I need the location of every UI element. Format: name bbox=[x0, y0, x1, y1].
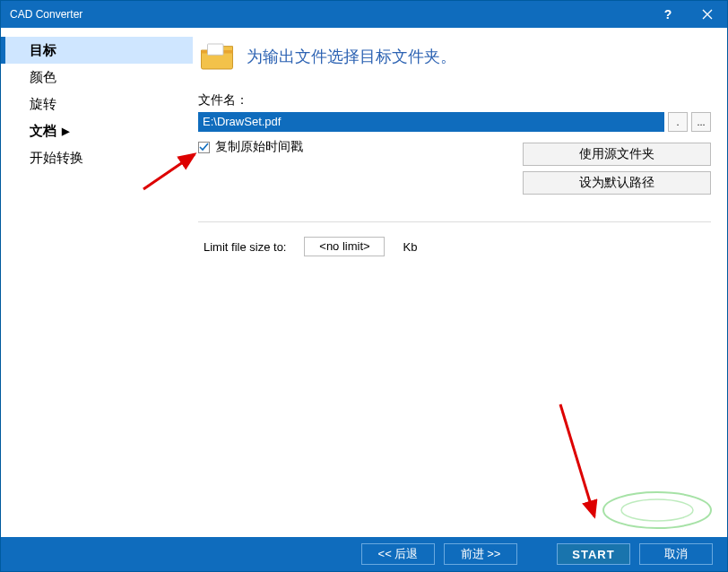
limit-label: Limit file size to: bbox=[204, 240, 286, 254]
filepath-value: E:\DrawSet.pdf bbox=[203, 115, 281, 128]
back-button[interactable]: << 后退 bbox=[361, 543, 435, 565]
filepath-input[interactable]: E:\DrawSet.pdf bbox=[198, 112, 664, 132]
check-icon bbox=[199, 143, 209, 152]
sidebar: 目标 颜色 旋转 文档 ▶ 开始转换 bbox=[1, 28, 193, 537]
use-source-folder-button[interactable]: 使用源文件夹 bbox=[523, 143, 711, 166]
watermark bbox=[594, 487, 720, 533]
sidebar-item-start[interactable]: 开始转换 bbox=[1, 144, 193, 171]
close-button[interactable] bbox=[688, 1, 727, 28]
window-title: CAD Converter bbox=[10, 8, 82, 21]
sidebar-item-label: 旋转 bbox=[30, 96, 56, 113]
copy-timestamp-checkbox[interactable] bbox=[198, 142, 210, 153]
limit-unit: Kb bbox=[403, 240, 417, 254]
sidebar-item-rotate[interactable]: 旋转 bbox=[1, 91, 193, 117]
cancel-button[interactable]: 取消 bbox=[639, 543, 713, 565]
compact-button[interactable]: . bbox=[668, 112, 688, 132]
folder-icon bbox=[198, 40, 236, 73]
titlebar: CAD Converter ? bbox=[1, 1, 727, 28]
svg-rect-0 bbox=[208, 44, 224, 55]
help-button[interactable]: ? bbox=[648, 1, 688, 28]
page-heading: 为输出文件选择目标文件夹。 bbox=[247, 46, 456, 67]
bottom-bar: << 后退 前进 >> START 取消 bbox=[1, 537, 727, 571]
filename-label: 文件名： bbox=[198, 92, 711, 108]
svg-line-2 bbox=[560, 404, 594, 516]
close-icon bbox=[702, 9, 713, 20]
forward-button[interactable]: 前进 >> bbox=[444, 543, 517, 565]
content-panel: 为输出文件选择目标文件夹。 文件名： E:\DrawSet.pdf . ... … bbox=[193, 28, 727, 537]
browse-button[interactable]: ... bbox=[691, 112, 711, 132]
sidebar-item-document[interactable]: 文档 ▶ bbox=[1, 117, 193, 144]
chevron-right-icon: ▶ bbox=[62, 126, 69, 137]
sidebar-item-label: 开始转换 bbox=[30, 150, 83, 167]
annotation-arrow bbox=[551, 400, 605, 525]
sidebar-item-label: 目标 bbox=[30, 42, 56, 59]
sidebar-item-target[interactable]: 目标 bbox=[1, 37, 193, 64]
copy-timestamp-label: 复制原始时间戳 bbox=[215, 139, 303, 155]
sidebar-item-label: 颜色 bbox=[30, 69, 56, 86]
sidebar-item-color[interactable]: 颜色 bbox=[1, 64, 193, 91]
set-default-path-button[interactable]: 设为默认路径 bbox=[523, 171, 711, 195]
start-button[interactable]: START bbox=[557, 543, 630, 565]
svg-point-3 bbox=[603, 492, 711, 528]
svg-point-4 bbox=[621, 499, 693, 521]
divider bbox=[198, 221, 711, 222]
limit-input[interactable]: <no limit> bbox=[304, 237, 385, 256]
sidebar-item-label: 文档 bbox=[30, 123, 56, 140]
